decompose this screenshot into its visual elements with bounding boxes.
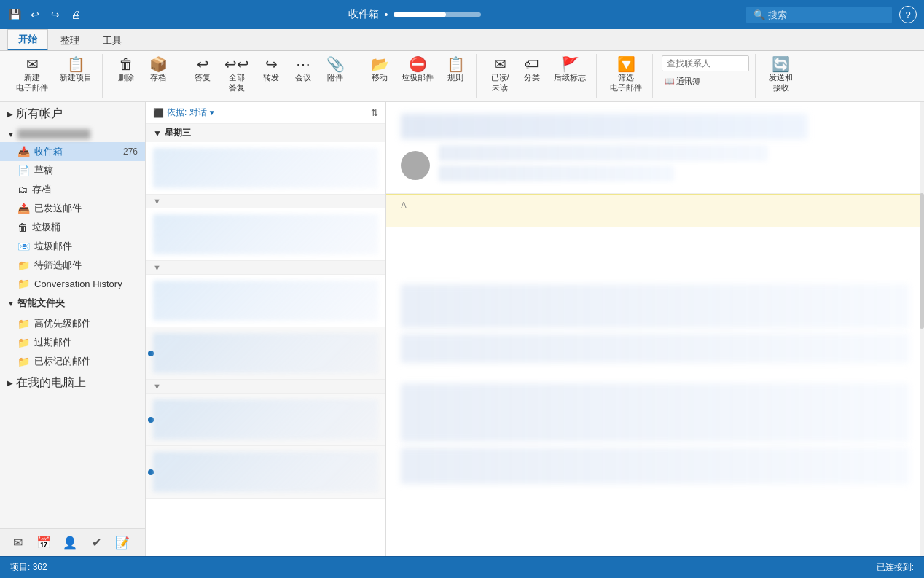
sidebar-all-accounts[interactable]: ▶ 所有帐户 (0, 102, 145, 126)
email-scrollbar-thumb (920, 193, 924, 329)
ribbon-group-respond: ↩ 答复 ↩↩ 全部答复 ↪ 转发 ⋯ 会议 📎 附件 (182, 54, 356, 98)
email-item-3[interactable] (146, 275, 385, 327)
sidebar-item-junk-folder[interactable]: 📁 待筛选邮件 (0, 256, 145, 275)
collapse-icon-3: ▼ (153, 382, 161, 391)
address-book-label: 通讯簿 (676, 76, 700, 87)
sidebar-item-drafts[interactable]: 📄 草稿 (0, 161, 145, 180)
ribbon: 开始 整理 工具 ✉ 新建电子邮件 📋 新建项目 🗑 删除 📦 存档 (0, 29, 924, 102)
tab-start[interactable]: 开始 (7, 29, 48, 50)
sidebar-item-expired[interactable]: 📁 过期邮件 (0, 333, 145, 352)
sidebar-bottom-icons: ✉ 📅 👤 ✔ 📝 (0, 528, 145, 556)
email-item-4-unread[interactable] (146, 327, 385, 380)
forward-button[interactable]: ↪ 转发 (257, 55, 286, 85)
sidebar-item-high-priority[interactable]: 📁 高优先级邮件 (0, 314, 145, 333)
conversation-history-icon: 📁 (17, 278, 30, 289)
sidebar-item-sent[interactable]: 📤 已发送邮件 (0, 199, 145, 218)
email-item-collapse-2[interactable]: ▼ (146, 261, 385, 275)
print-icon[interactable]: 🖨 (68, 7, 83, 22)
send-receive-button[interactable]: 🔄 发送和接收 (764, 55, 797, 95)
email-item-5-unread[interactable] (146, 394, 385, 446)
redo-icon[interactable]: ↪ (48, 7, 63, 22)
sort-arrow-icon: ▼ (208, 109, 216, 117)
rules-button[interactable]: 📋 规则 (441, 55, 470, 85)
find-contact-input[interactable] (662, 55, 749, 71)
chevron-down-icon-smart: ▼ (7, 300, 15, 308)
junk-folder-label: 待筛选邮件 (34, 259, 82, 272)
email-item[interactable] (146, 142, 385, 195)
collapse-icon: ▼ (153, 197, 161, 206)
sidebar-item-archive[interactable]: 🗂 存档 (0, 180, 145, 199)
email-sort-button[interactable]: 依据: 对话 ▼ (167, 106, 216, 119)
preview-subject-blurred (401, 114, 807, 139)
email-scrollbar[interactable] (920, 102, 924, 556)
more-respond-button[interactable]: ⋯ 会议 (289, 55, 318, 85)
ribbon-group-contacts: 📖 通讯簿 (656, 54, 756, 98)
junk-button[interactable]: ⛔ 垃圾邮件 (397, 55, 438, 85)
inbox-label: 收件箱 (34, 145, 63, 158)
address-book-button[interactable]: 📖 通讯簿 (662, 74, 749, 88)
sidebar-item-junk[interactable]: 📧 垃圾邮件 (0, 237, 145, 256)
flagged-label: 已标记的邮件 (34, 355, 91, 368)
filter-button[interactable]: 🔽 筛选电子邮件 (606, 55, 646, 95)
follow-up-button[interactable]: 🚩 后续标志 (549, 55, 590, 85)
email-item-4-blurred (153, 333, 378, 373)
bottom-tasks-icon[interactable]: ✔ (86, 533, 106, 553)
attachment-button[interactable]: 📎 附件 (321, 55, 350, 85)
body-content-3 (401, 383, 909, 442)
reply-button[interactable]: ↩ 答复 (188, 55, 217, 85)
bottom-contacts-icon[interactable]: 👤 (60, 533, 80, 553)
attachment-icon: 📎 (326, 57, 345, 71)
sidebar-on-my-pc[interactable]: ▶ 在我的电脑上 (0, 371, 145, 395)
email-item-collapse-1[interactable]: ▼ (146, 195, 385, 208)
conversation-history-label: Conversation History (34, 278, 122, 289)
bottom-notes-icon[interactable]: 📝 (112, 533, 133, 553)
new-item-button[interactable]: 📋 新建项目 (55, 55, 96, 85)
help-button[interactable]: ? (899, 6, 917, 23)
address-book-icon: 📖 (665, 77, 675, 86)
tab-tools[interactable]: 工具 (92, 31, 133, 50)
filter-icon: 🔽 (617, 57, 635, 71)
sort-direction-icon[interactable]: ⇅ (371, 108, 378, 118)
email-item-6-unread[interactable] (146, 446, 385, 499)
reply-icon: ↩ (197, 57, 209, 71)
title-separator: • (385, 9, 388, 20)
on-my-pc-label: 在我的电脑上 (16, 375, 86, 391)
sidebar-item-flagged[interactable]: 📁 已标记的邮件 (0, 352, 145, 371)
bottom-calendar-icon[interactable]: 📅 (34, 533, 54, 553)
sidebar-account-header[interactable]: ▼ (0, 126, 145, 142)
email-item-collapse-3[interactable]: ▼ (146, 380, 385, 394)
new-email-button[interactable]: ✉ 新建电子邮件 (12, 55, 52, 95)
sidebar-item-trash[interactable]: 🗑 垃圾桶 (0, 218, 145, 237)
email-day-header[interactable]: ▼ 星期三 (146, 124, 385, 142)
delete-button[interactable]: 🗑 删除 (111, 55, 141, 85)
new-email-label: 新建电子邮件 (16, 73, 48, 93)
body-spacer-2 (401, 369, 909, 383)
title-bar-search[interactable]: 🔍 (746, 7, 892, 23)
read-unread-button[interactable]: ✉ 已读/未读 (485, 55, 514, 95)
sidebar-item-conversation-history[interactable]: 📁 Conversation History (0, 275, 145, 292)
categorize-button[interactable]: 🏷 分类 (517, 55, 547, 85)
tab-organize[interactable]: 整理 (50, 31, 90, 50)
sidebar-smart-folders-header[interactable]: ▼ 智能文件夹 (0, 292, 145, 314)
item-count: 项目: 362 (10, 561, 47, 574)
reply-all-button[interactable]: ↩↩ 全部答复 (220, 55, 254, 95)
send-receive-icon: 🔄 (772, 57, 790, 71)
search-input[interactable] (768, 9, 856, 20)
undo-icon[interactable]: ↩ (28, 7, 42, 22)
search-icon: 🔍 (753, 9, 765, 20)
expired-label: 过期邮件 (34, 336, 72, 349)
ribbon-group-delete: 🗑 删除 📦 存档 (106, 54, 179, 98)
flagged-icon: 📁 (17, 356, 30, 367)
save-icon[interactable]: 💾 (7, 7, 22, 22)
reply-all-label: 全部答复 (229, 73, 245, 93)
email-item-2[interactable] (146, 208, 385, 261)
ribbon-group-new: ✉ 新建电子邮件 📋 新建项目 (6, 54, 103, 98)
junk-folder-icon: 📧 (17, 241, 30, 252)
bottom-mail-icon[interactable]: ✉ (7, 533, 28, 553)
progress-bar (394, 12, 481, 17)
archive-button[interactable]: 📦 存档 (144, 55, 173, 85)
delete-label: 删除 (118, 73, 134, 83)
sidebar-item-inbox[interactable]: 📥 收件箱 276 (0, 142, 145, 161)
move-button[interactable]: 📂 移动 (365, 55, 394, 85)
title-bar: 💾 ↩ ↪ 🖨 收件箱 • 🔍 ? (0, 0, 924, 29)
